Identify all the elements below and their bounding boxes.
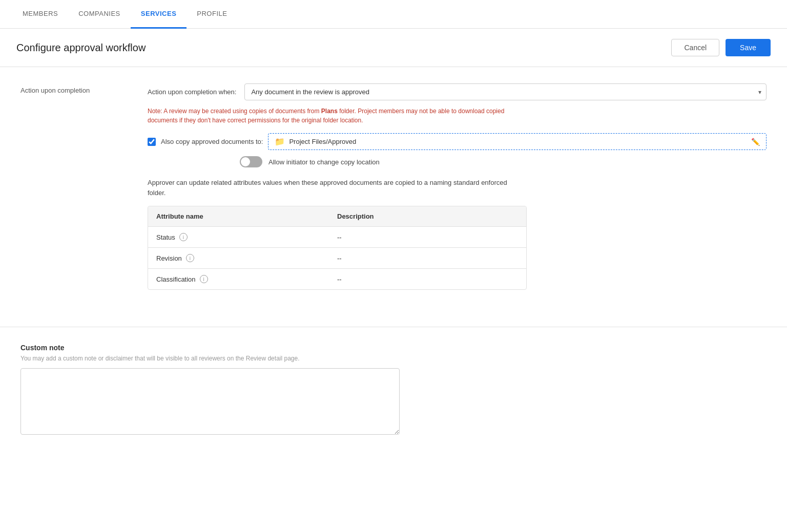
folder-name: Project Files/Approved (289, 138, 747, 145)
action-section: Action upon completion Action upon compl… (20, 83, 767, 290)
toggle-switch[interactable] (240, 156, 262, 167)
page-title: Configure approval workflow (16, 42, 146, 54)
table-row: Classification i -- (148, 269, 526, 289)
section-content: Action upon completion when: Any documen… (148, 83, 767, 290)
attr-desc-status: -- (337, 233, 518, 241)
attr-name-status: Status i (156, 233, 337, 241)
note-text-before: Note: A review may be created using copi… (148, 108, 321, 115)
copy-label: Also copy approved documents to: (161, 138, 263, 145)
main-content: Action upon completion Action upon compl… (0, 67, 787, 327)
folder-icon: 📁 (275, 137, 285, 146)
table-header: Attribute name Description (148, 206, 526, 227)
attr-name-revision: Revision i (156, 254, 337, 262)
table-row: Status i -- (148, 227, 526, 248)
completion-dropdown[interactable]: Any document in the review is approved A… (244, 83, 767, 100)
info-icon-classification[interactable]: i (200, 275, 208, 283)
info-icon-revision[interactable]: i (186, 254, 194, 262)
header-actions: Cancel Save (671, 39, 771, 56)
completion-field-label: Action upon completion when: (148, 88, 236, 96)
toggle-slider (240, 156, 262, 167)
folder-selector[interactable]: 📁 Project Files/Approved ✏️ (268, 133, 767, 150)
custom-note-section: Custom note You may add a custom note or… (0, 344, 787, 436)
col-description: Description (337, 212, 518, 220)
attr-desc-classification: -- (337, 275, 518, 283)
save-button[interactable]: Save (726, 39, 771, 56)
attr-name-label: Status (156, 233, 175, 241)
edit-icon[interactable]: ✏️ (751, 138, 760, 146)
completion-select-wrapper: Any document in the review is approved A… (244, 83, 767, 100)
note-bold: Plans (321, 108, 338, 115)
page-header: Configure approval workflow Cancel Save (0, 29, 787, 67)
attributes-table: Attribute name Description Status i -- R… (148, 206, 527, 290)
copy-row: Also copy approved documents to: 📁 Proje… (148, 133, 767, 150)
section-divider (0, 327, 787, 327)
attr-name-label: Revision (156, 254, 182, 262)
tab-profile[interactable]: PROFILE (187, 0, 237, 29)
approver-note: Approver can update related attributes v… (148, 178, 516, 198)
tab-companies[interactable]: COMPANIES (68, 0, 131, 29)
attr-name-classification: Classification i (156, 275, 337, 283)
tab-services[interactable]: SERVICES (131, 0, 187, 29)
completion-field-row: Action upon completion when: Any documen… (148, 83, 767, 100)
info-icon-status[interactable]: i (179, 233, 188, 241)
col-attribute: Attribute name (156, 212, 337, 220)
toggle-label: Allow initiator to change copy location (268, 158, 380, 166)
top-nav: MEMBERS COMPANIES SERVICES PROFILE (0, 0, 787, 29)
attr-name-label: Classification (156, 275, 196, 283)
plans-note: Note: A review may be created using copi… (148, 107, 516, 125)
attr-desc-revision: -- (337, 254, 518, 262)
section-label: Action upon completion (20, 83, 123, 290)
copy-checkbox[interactable] (148, 138, 156, 146)
custom-note-title: Custom note (20, 344, 767, 352)
cancel-button[interactable]: Cancel (671, 39, 719, 56)
custom-note-hint: You may add a custom note or disclaimer … (20, 355, 767, 362)
custom-note-textarea[interactable] (20, 368, 400, 435)
toggle-row: Allow initiator to change copy location (240, 156, 767, 167)
tab-members[interactable]: MEMBERS (12, 0, 68, 29)
table-row: Revision i -- (148, 248, 526, 269)
